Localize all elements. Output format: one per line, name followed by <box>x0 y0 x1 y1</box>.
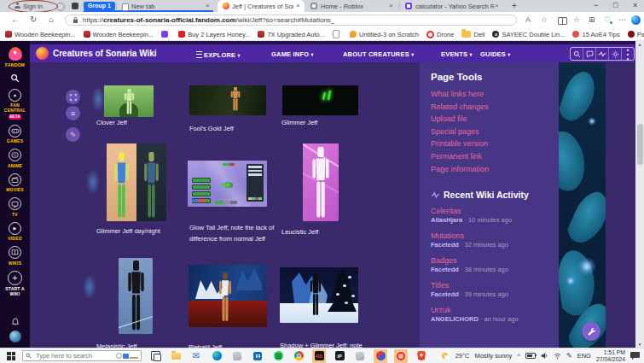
discussions-icon[interactable] <box>583 48 595 60</box>
rail-item-start-a-wiki[interactable]: + START A WIKI <box>3 266 27 297</box>
scroll-up-arrow[interactable]: ▲ <box>635 42 644 47</box>
address-bar[interactable]: https://creatures-of-sonaria-official.fa… <box>65 15 517 26</box>
link-page-information[interactable]: Page information <box>431 163 559 176</box>
maximize-button[interactable]: □ <box>613 1 618 9</box>
page-scrollbar[interactable]: ▲ ▼ <box>635 41 644 348</box>
hidden-icons-chevron[interactable]: ^ <box>517 352 520 360</box>
close-tab-icon[interactable]: × <box>495 2 499 9</box>
notifications-bell-icon[interactable] <box>9 316 20 327</box>
close-window-button[interactable]: × <box>633 1 637 9</box>
read-aloud-icon[interactable]: A <box>525 15 531 24</box>
minimize-button[interactable]: − <box>594 1 598 9</box>
taskbar-search[interactable] <box>22 350 142 361</box>
copilot-icon[interactable] <box>631 15 641 25</box>
back-button[interactable]: ← <box>11 15 20 24</box>
activity-user-link[interactable]: AtlasHjara <box>431 216 462 224</box>
brave-icon[interactable] <box>415 349 428 363</box>
contents-button[interactable]: ≡ <box>66 106 80 120</box>
start-button[interactable] <box>7 352 15 360</box>
rail-item-wikis[interactable]: WIKIS <box>9 241 21 266</box>
rail-item-anime[interactable]: ANIME <box>8 143 22 168</box>
rail-item-games[interactable]: GAMES <box>7 120 23 144</box>
bookmark-item[interactable]: 7X Upgraded Auto... <box>258 31 325 38</box>
activity-page-link[interactable]: Badges <box>431 256 559 266</box>
tab-newtab[interactable]: New tab <box>131 3 201 10</box>
link-permanent-link[interactable]: Permanent link <box>431 150 559 163</box>
gallery-image-glow-tail-jeff[interactable] <box>188 161 267 207</box>
close-tab-icon[interactable]: × <box>296 2 300 9</box>
bookmark-item[interactable]: 15 AoE4 Tips <box>572 31 619 38</box>
ip-app-icon[interactable]: iP <box>333 349 346 363</box>
gallery-image-clover-jeff[interactable] <box>104 85 154 117</box>
edge-icon[interactable] <box>210 349 223 363</box>
edit-button[interactable]: ✎ <box>66 127 80 142</box>
nav-game-info[interactable]: GAME INFO ▾ <box>271 50 314 58</box>
nav-guides[interactable]: GUIDES ▾ <box>480 50 510 58</box>
rb-app-icon[interactable]: RB <box>312 349 326 363</box>
rail-item-movies[interactable]: MOVIES <box>6 168 24 193</box>
expand-button[interactable] <box>66 90 80 104</box>
activity-page-link[interactable]: Mutations <box>431 231 559 241</box>
pen-icon[interactable]: ✎ <box>566 352 572 360</box>
task-view-button[interactable] <box>148 349 162 363</box>
file-explorer-icon[interactable] <box>169 349 183 363</box>
favorites-icon[interactable]: ☆ <box>573 15 580 24</box>
tab-roblox[interactable]: Home - Roblox <box>321 3 382 10</box>
weather-temp[interactable]: 29°C <box>455 352 470 360</box>
activity-user-link[interactable]: Facetedd <box>431 241 459 249</box>
browser-swirl-icon[interactable] <box>56 3 65 11</box>
link-related-changes[interactable]: Related changes <box>431 101 559 114</box>
fandom-tools-fab[interactable] <box>582 322 600 341</box>
search-icon[interactable] <box>571 48 583 60</box>
wiki-logo[interactable] <box>36 47 49 60</box>
bookmark-item[interactable]: Wooden Beekeepin... <box>84 31 154 38</box>
link-special-pages[interactable]: Special pages <box>431 126 559 138</box>
refresh-button[interactable]: ↻ <box>30 15 37 24</box>
new-tab-button[interactable]: + <box>512 1 517 10</box>
activity-page-link[interactable]: Titles <box>431 281 559 290</box>
bookmark-item[interactable]: Dell <box>461 31 484 38</box>
tab-calculator[interactable]: calculator - Yahoo Search Results <box>415 3 494 10</box>
mail-icon[interactable]: ✉ <box>189 349 203 363</box>
chrome-icon[interactable] <box>292 349 305 363</box>
collections-icon[interactable]: ⊞ <box>589 15 595 24</box>
wiki-title[interactable]: Creatures of Sonaria Wiki <box>53 49 157 58</box>
link-what-links-here[interactable]: What links here <box>431 88 559 101</box>
bookmark-item[interactable]: Untitled-3 on Scratch <box>350 31 419 38</box>
gallery-image-piebald-jeff[interactable] <box>189 265 267 327</box>
app-icon-generic[interactable] <box>353 349 367 363</box>
bookmark-item[interactable]: Wooden Beekeepin... <box>5 31 76 38</box>
activity-page-link[interactable]: Urzuk <box>431 306 559 315</box>
activity-user-link[interactable]: Facetedd <box>431 290 459 298</box>
rail-item-tv[interactable]: TV <box>9 192 21 217</box>
bookmark-item[interactable]: Path of Titans Wiki |... <box>628 31 644 38</box>
activity-page-link[interactable]: Celeritas <box>431 207 559 216</box>
microsoft-store-icon[interactable] <box>251 349 264 363</box>
search-icon[interactable] <box>9 73 20 84</box>
activity-user-link[interactable]: ANGELICHORD <box>431 315 479 323</box>
gallery-image-glimmer-jeff[interactable] <box>282 85 358 115</box>
weather-desc[interactable]: Mostly sunny <box>474 352 512 360</box>
close-tab-icon[interactable]: × <box>206 2 210 9</box>
wifi-icon[interactable] <box>554 352 561 360</box>
gallery-image-melanistic-jeff[interactable] <box>119 258 153 334</box>
rail-item-video[interactable]: ▶ VIDEO <box>8 217 22 242</box>
rail-item-fan-central[interactable]: ✶ FAN CENTRAL BETA <box>3 84 28 120</box>
spotify-icon[interactable] <box>271 349 285 363</box>
action-center-icon[interactable]: 6 <box>630 352 640 360</box>
red-blue-app-icon[interactable] <box>374 349 387 363</box>
gallery-image-fools-gold-jeff[interactable] <box>189 85 266 115</box>
nav-explore[interactable]: EXPLORE ▾ <box>196 50 241 59</box>
language-indicator[interactable]: ENG <box>577 352 591 360</box>
clock[interactable]: 1:51 PM27/04/2024 <box>596 349 625 362</box>
fandom-logo-icon[interactable] <box>9 47 22 61</box>
bookmark-item[interactable] <box>161 31 171 38</box>
kebab-menu-icon[interactable]: ⋮ <box>621 48 634 60</box>
split-screen-icon[interactable] <box>558 17 567 25</box>
volume-icon[interactable] <box>541 352 548 360</box>
scrollbar-thumb[interactable] <box>637 124 643 165</box>
bookmark-item[interactable]: aSAYEEC Double Lin... <box>492 31 565 38</box>
tab-active-jeff[interactable]: Jeff | Creatures of Sonaria Wiki | × <box>218 0 305 12</box>
search-input[interactable] <box>34 351 113 360</box>
battery-icon[interactable] <box>525 353 536 360</box>
